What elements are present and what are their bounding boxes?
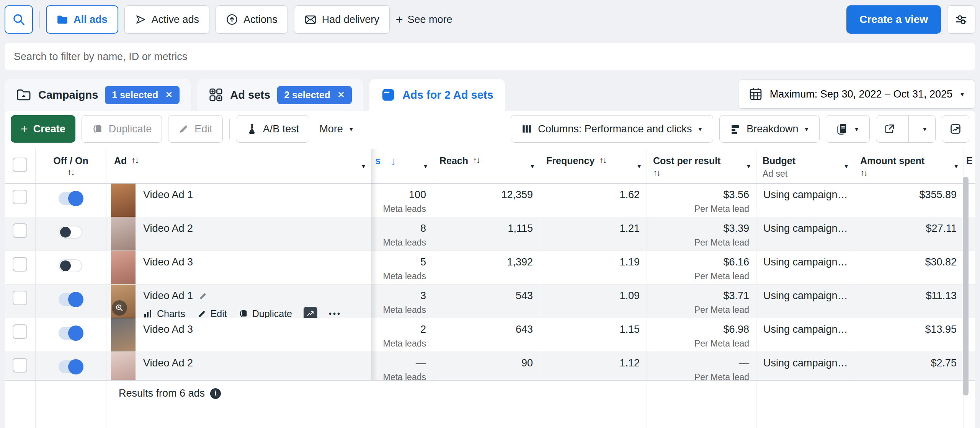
results-type: Meta leads bbox=[371, 271, 426, 282]
duplicate-button[interactable]: Duplicate bbox=[82, 115, 162, 143]
view-settings-button[interactable] bbox=[947, 5, 975, 34]
edit-button[interactable]: Edit bbox=[168, 115, 223, 143]
date-range-picker[interactable]: Maximum: Sep 30, 2022 – Oct 31, 2025 ▼ bbox=[738, 80, 975, 109]
adsets-selected-badge[interactable]: 2 selected ✕ bbox=[277, 86, 352, 104]
cost-per-result-value: $3.39 bbox=[647, 223, 749, 234]
export-split-button[interactable]: ▼ bbox=[876, 115, 936, 143]
plus-icon: + bbox=[21, 123, 28, 135]
header-ad[interactable]: Ad↑↓ ▼ bbox=[106, 149, 371, 183]
ad-thumbnail[interactable] bbox=[111, 251, 136, 284]
more-button[interactable]: More ▼ bbox=[315, 123, 358, 135]
ad-name[interactable]: Video Ad 3 bbox=[143, 256, 193, 268]
ad-thumbnail[interactable] bbox=[111, 217, 136, 251]
ad-name[interactable]: Video Ad 1 bbox=[143, 189, 193, 201]
tab-adsets[interactable]: Ad sets 2 selected ✕ bbox=[197, 79, 363, 111]
chevron-down-icon[interactable]: ▼ bbox=[914, 116, 935, 142]
filter-caret-icon[interactable]: ▼ bbox=[636, 163, 642, 169]
ad-toggle[interactable] bbox=[59, 226, 82, 239]
reports-button[interactable]: ▼ bbox=[826, 115, 870, 143]
ad-name[interactable]: Video Ad 2 bbox=[143, 357, 193, 369]
campaigns-selected-badge[interactable]: 1 selected ✕ bbox=[105, 86, 180, 104]
filter-caret-icon[interactable]: ▼ bbox=[746, 163, 751, 169]
ad-thumbnail[interactable] bbox=[111, 285, 136, 318]
info-icon[interactable]: i bbox=[210, 388, 221, 399]
row-checkbox[interactable] bbox=[13, 223, 27, 238]
preview-magnifier-icon[interactable] bbox=[112, 300, 127, 316]
filter-caret-icon[interactable]: ▼ bbox=[361, 163, 366, 169]
filter-label: Had delivery bbox=[322, 14, 379, 26]
ad-toggle[interactable] bbox=[59, 327, 82, 340]
ad-thumbnail[interactable] bbox=[111, 184, 136, 217]
header-results[interactable]: s ↓ ▼ bbox=[371, 149, 433, 183]
export-icon[interactable] bbox=[876, 116, 903, 142]
row-checkbox[interactable] bbox=[13, 324, 27, 339]
header-frequency[interactable]: Frequency↑↓ ▼ bbox=[540, 149, 647, 183]
tab-campaigns[interactable]: Campaigns 1 selected ✕ bbox=[5, 79, 191, 111]
budget-value: Using campaign… bbox=[756, 184, 854, 217]
ad-name[interactable]: Video Ad 1 bbox=[143, 290, 207, 302]
row-checkbox[interactable] bbox=[13, 190, 27, 204]
filter-toolbar: All ads Active ads Actions Had delivery … bbox=[5, 5, 975, 34]
rename-pencil-icon[interactable] bbox=[198, 291, 207, 301]
chevron-down-icon: ▼ bbox=[854, 126, 859, 132]
tab-ads[interactable]: Ads for 2 Ad sets bbox=[369, 79, 505, 111]
header-reach[interactable]: Reach↑↓ ▼ bbox=[433, 149, 540, 183]
clear-selection-icon[interactable]: ✕ bbox=[165, 90, 173, 100]
ab-test-button[interactable]: A/B test bbox=[236, 115, 310, 143]
search-button[interactable] bbox=[5, 5, 33, 34]
ad-toggle[interactable] bbox=[59, 360, 82, 373]
vertical-scrollbar[interactable] bbox=[963, 177, 969, 395]
toggle-knob bbox=[68, 292, 83, 307]
header-budget[interactable]: Budget Ad set ▼ bbox=[756, 149, 854, 183]
search-placeholder: Search to filter by name, ID or metrics bbox=[14, 51, 187, 63]
header-amount-spent[interactable]: Amount spent ↑↓ ▼ bbox=[854, 149, 964, 183]
table-row-hovered[interactable]: Video Ad 1 Charts Edit Duplicate bbox=[5, 285, 975, 318]
trend-chart-icon bbox=[949, 123, 962, 135]
row-checkbox[interactable] bbox=[13, 291, 27, 305]
table-row[interactable]: Video Ad 2 —Meta leads 90 1.12 —Per Meta… bbox=[5, 352, 975, 380]
row-checkbox[interactable] bbox=[13, 358, 27, 373]
ad-name[interactable]: Video Ad 3 bbox=[143, 324, 193, 335]
filter-had-delivery[interactable]: Had delivery bbox=[294, 5, 390, 34]
filter-caret-icon[interactable]: ▼ bbox=[423, 163, 428, 169]
ad-thumbnail[interactable] bbox=[111, 352, 136, 380]
filter-caret-icon[interactable]: ▼ bbox=[529, 163, 535, 169]
edit-action[interactable]: Edit bbox=[197, 308, 227, 318]
duplicate-action[interactable]: Duplicate bbox=[238, 308, 292, 318]
ad-toggle[interactable] bbox=[59, 259, 82, 272]
view-charts-icon[interactable] bbox=[304, 307, 317, 318]
header-off-on[interactable]: Off / On ↑↓ bbox=[36, 149, 106, 183]
see-more-button[interactable]: + See more bbox=[396, 13, 452, 26]
create-view-button[interactable]: Create a view bbox=[846, 5, 941, 34]
charts-panel-button[interactable] bbox=[942, 115, 969, 143]
ad-toggle[interactable] bbox=[59, 293, 82, 306]
table-row[interactable]: Video Ad 3 5Meta leads 1,392 1.19 $6.16P… bbox=[5, 251, 975, 285]
ad-name[interactable]: Video Ad 2 bbox=[143, 223, 193, 234]
reach-value: 12,359 bbox=[433, 189, 533, 200]
header-cost-per-result[interactable]: Cost per result ↑↓ ▼ bbox=[647, 149, 756, 183]
chevron-down-icon: ▼ bbox=[959, 91, 965, 97]
header-select-all[interactable] bbox=[5, 149, 36, 183]
table-row[interactable]: Video Ad 3 2Meta leads 643 1.15 $6.98Per… bbox=[5, 318, 975, 352]
results-value: 2 bbox=[371, 324, 426, 335]
select-all-checkbox[interactable] bbox=[13, 158, 27, 172]
clear-selection-icon[interactable]: ✕ bbox=[337, 90, 345, 100]
ad-toggle[interactable] bbox=[59, 192, 82, 205]
filter-caret-icon[interactable]: ▼ bbox=[843, 163, 849, 169]
ad-thumbnail[interactable] bbox=[111, 318, 136, 352]
columns-button[interactable]: Columns: Performance and clicks ▼ bbox=[511, 115, 713, 143]
columns-icon bbox=[521, 123, 532, 135]
table-row[interactable]: Video Ad 2 8Meta leads 1,115 1.21 $3.39P… bbox=[5, 217, 975, 251]
filter-all-ads[interactable]: All ads bbox=[46, 5, 118, 34]
row-checkbox[interactable] bbox=[13, 257, 27, 272]
filter-active-ads[interactable]: Active ads bbox=[124, 5, 210, 34]
more-options-icon[interactable]: ••• bbox=[329, 309, 341, 318]
filter-actions[interactable]: Actions bbox=[216, 5, 288, 34]
filter-caret-icon[interactable]: ▼ bbox=[953, 163, 959, 169]
charts-action[interactable]: Charts bbox=[143, 308, 185, 318]
results-type: Meta leads bbox=[371, 372, 426, 380]
search-filter-input[interactable]: Search to filter by name, ID or metrics bbox=[5, 43, 975, 70]
create-button[interactable]: + Create bbox=[11, 115, 75, 143]
table-row[interactable]: Video Ad 1 100Meta leads 12,359 1.62 $3.… bbox=[5, 184, 975, 217]
breakdown-button[interactable]: Breakdown ▼ bbox=[719, 115, 820, 143]
